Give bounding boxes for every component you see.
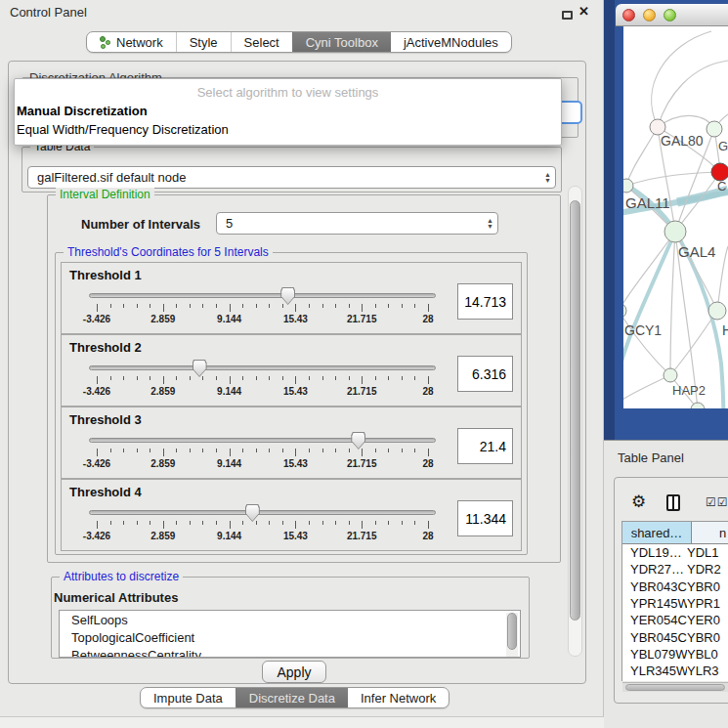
network-graph: GAL80GACGAL11GAL4GCY1HHAP2: [623, 26, 728, 408]
table-row[interactable]: YPR145WYPR1: [622, 595, 728, 612]
threshold-label: Threshold 3: [69, 412, 142, 427]
threshold-row: Threshold 4-3.4262.8599.14415.4321.71528…: [61, 479, 522, 551]
table-row[interactable]: YBL079WYBL0: [622, 646, 728, 663]
slider-thumb[interactable]: [193, 360, 207, 377]
panel-title: Control Panel: [10, 5, 87, 20]
threshold-label: Threshold 4: [69, 485, 142, 499]
slider-ruler: [89, 304, 436, 313]
tab-infer-network[interactable]: Infer Network: [348, 688, 449, 707]
numerical-attributes-list[interactable]: SelfLoopsTopologicalCoefficientBetweenne…: [59, 610, 521, 658]
close-window-icon[interactable]: [622, 9, 635, 21]
table-row[interactable]: YDR27…YDR2: [622, 561, 728, 578]
network-node[interactable]: [708, 302, 726, 320]
network-node-label: GAL4: [678, 243, 715, 260]
list-scrollbar[interactable]: [506, 613, 518, 658]
tab-impute-data[interactable]: Impute Data: [141, 688, 236, 707]
algorithm-dropdown-popup: Select algorithm to view settings Manual…: [14, 78, 562, 146]
slider-scale-labels: -3.4262.8599.14415.4321.71528: [89, 458, 436, 470]
network-node[interactable]: [707, 121, 722, 137]
table-row[interactable]: YBR045CYBR0: [622, 628, 728, 645]
network-view-canvas[interactable]: GAL80GACGAL11GAL4GCY1HHAP2: [623, 26, 728, 408]
maximize-window-icon[interactable]: [664, 9, 676, 21]
tab-cyni-toolbox[interactable]: Cyni Toolbox: [292, 32, 391, 52]
dropdown-placeholder-option[interactable]: Select algorithm to view settings: [15, 85, 561, 100]
network-node[interactable]: [664, 221, 686, 242]
attribute-list-item[interactable]: TopologicalCoefficient: [60, 628, 520, 646]
tab-discretize-data[interactable]: Discretize Data: [236, 688, 348, 707]
threshold-value-field[interactable]: 21.4: [457, 428, 513, 464]
slider-thumb[interactable]: [351, 432, 365, 450]
tab-select[interactable]: Select: [231, 32, 292, 52]
node-table: shared… n YDL19…YDL1YDR27…YDR2YBR043CYBR…: [621, 521, 728, 681]
attributes-group-title: Attributes to discretize: [60, 570, 183, 584]
table-row[interactable]: YLR345WYLR3: [622, 663, 728, 679]
slider-ruler: [89, 376, 436, 385]
close-panel-icon[interactable]: ✕: [578, 4, 589, 19]
float-window-icon[interactable]: [562, 11, 573, 20]
bottom-strip: [0, 716, 606, 728]
dropdown-option-equal-width[interactable]: Equal Width/Frequency Discretization: [17, 122, 229, 137]
table-hscrollbar-thumb[interactable]: [625, 684, 725, 691]
slider-thumb[interactable]: [245, 504, 260, 522]
network-window-titlebar[interactable]: [616, 4, 728, 26]
network-node-label: HAP2: [672, 383, 706, 398]
slider-track[interactable]: [89, 365, 436, 370]
table-data-combobox[interactable]: galFiltered.sif default node ▲▼: [27, 166, 556, 189]
table-header: shared… n: [622, 522, 728, 544]
network-node[interactable]: [623, 303, 626, 319]
slider-track[interactable]: [89, 510, 436, 515]
threshold-row: Threshold 3-3.4262.8599.14415.4321.71528…: [61, 407, 522, 479]
network-node-label: GA: [718, 139, 728, 153]
network-node-label: GAL11: [625, 194, 670, 211]
gear-icon[interactable]: ⚙: [631, 492, 646, 512]
table-panel-title: Table Panel: [618, 450, 684, 465]
number-of-intervals-label: Number of Intervals: [81, 217, 200, 232]
table-row[interactable]: YBR043CYBR0: [622, 578, 728, 595]
split-columns-icon[interactable]: [666, 494, 680, 511]
panel-scrollbar[interactable]: [568, 186, 582, 657]
threshold-value-field[interactable]: 6.316: [457, 356, 513, 392]
network-node[interactable]: [664, 368, 677, 382]
threshold-row: Threshold 1-3.4262.8599.14415.4321.71528…: [61, 262, 522, 334]
column-header-name[interactable]: n: [692, 522, 728, 543]
column-header-shared-name[interactable]: shared…: [622, 522, 692, 543]
network-node-label: GAL80: [661, 133, 704, 149]
slider-scale-labels: -3.4262.8599.14415.4321.71528: [89, 386, 436, 398]
numerical-attributes-label: Numerical Attributes: [54, 590, 178, 605]
slider-scale-labels: -3.4262.8599.14415.4321.71528: [89, 531, 436, 542]
interval-definition-title: Interval Definition: [56, 188, 154, 202]
number-of-intervals-combobox[interactable]: 5 ▲▼: [216, 212, 498, 235]
slider-track[interactable]: [89, 293, 436, 298]
threshold-value-field[interactable]: 11.344: [457, 500, 513, 536]
table-row[interactable]: YIL052CYIL0: [622, 679, 728, 681]
combo-stepper-icon: ▲▼: [487, 213, 493, 234]
list-scrollbar-thumb[interactable]: [507, 613, 517, 650]
slider-track[interactable]: [89, 438, 436, 443]
table-row[interactable]: YER054CYER0: [622, 612, 728, 628]
apply-button[interactable]: Apply: [262, 661, 326, 683]
control-panel-tabs: Network Style Select Cyni Toolbox jActiv…: [86, 31, 512, 53]
table-rows: YDL19…YDL1YDR27…YDR2YBR043CYBR0YPR145WYP…: [622, 544, 728, 681]
checkbox-icons[interactable]: ☑☑: [706, 495, 728, 509]
tab-style[interactable]: Style: [176, 32, 231, 52]
slider-ruler: [89, 521, 436, 530]
slider-thumb[interactable]: [280, 287, 295, 305]
threshold-value-field[interactable]: 14.713: [457, 283, 513, 320]
dropdown-option-manual-discretization[interactable]: Manual Discretization: [17, 104, 148, 118]
attribute-list-item[interactable]: BetweennessCentrality: [60, 646, 520, 658]
network-node-label: GCY1: [624, 322, 662, 338]
table-row[interactable]: YDL19…YDL1: [622, 544, 728, 561]
minimize-window-icon[interactable]: [643, 9, 656, 21]
network-node-label: H: [722, 322, 728, 338]
tab-network[interactable]: Network: [87, 32, 176, 52]
network-node[interactable]: [623, 179, 633, 193]
threshold-label: Threshold 2: [69, 340, 142, 355]
scrollbar-thumb[interactable]: [570, 200, 580, 621]
combo-stepper-icon: ▲▼: [544, 167, 551, 188]
network-tab-icon: [100, 36, 111, 49]
slider-ruler: [89, 449, 436, 457]
attribute-list-item[interactable]: SelfLoops: [60, 611, 520, 628]
table-hscrollbar[interactable]: [622, 682, 728, 692]
tab-jactivemnodules[interactable]: jActiveMNodules: [391, 32, 511, 52]
slider-scale-labels: -3.4262.8599.14415.4321.71528: [89, 314, 436, 325]
